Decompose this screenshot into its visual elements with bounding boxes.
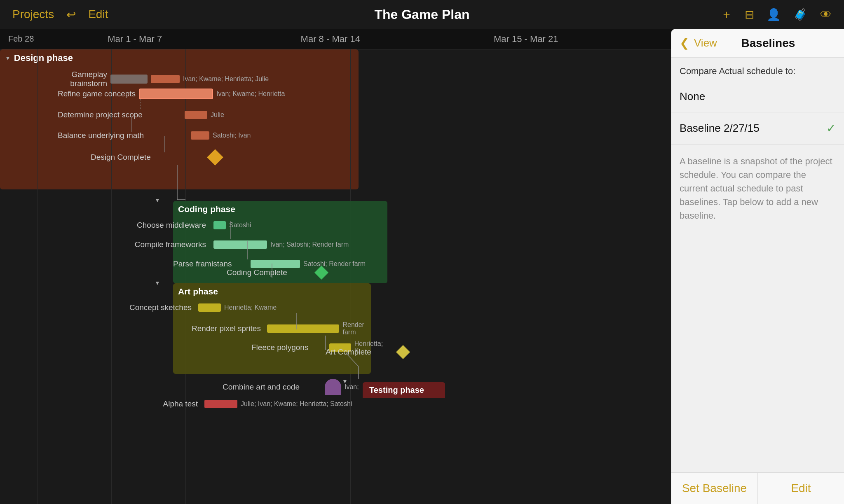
task-bar-math[interactable] — [191, 131, 209, 140]
panel-footer: Set Baseline Edit — [671, 472, 844, 504]
task-bar-gameplay[interactable] — [151, 75, 180, 83]
option-baseline-label: Baseline 2/27/15 — [680, 122, 760, 135]
task-row-design-complete: Design Complete — [91, 152, 221, 163]
task-row-art-complete: Art Complete — [326, 347, 408, 357]
task-row-scope: Determine project scope Julie — [58, 110, 224, 119]
task-bar-middleware[interactable] — [213, 221, 226, 229]
task-row-compile: Compile frameworks Ivan; Satoshi; Render… — [124, 240, 349, 249]
task-row-coding-complete: Coding Complete — [227, 268, 326, 278]
task-name-fleece: Fleece polygons — [251, 343, 326, 352]
task-name-sprites: Render pixel sprites — [192, 324, 264, 333]
art-phase-label: Art phase — [178, 287, 218, 296]
option-none[interactable]: None — [671, 81, 844, 112]
task-name-refine: Refine game concepts — [58, 89, 136, 98]
task-row-math: Balance underlying math Satoshi; Ivan — [58, 131, 251, 140]
back-button[interactable]: ↩ — [66, 8, 76, 21]
panel-header: ❮ View Baselines — [671, 29, 844, 58]
option-none-label: None — [680, 90, 705, 103]
task-assignees-compile: Ivan; Satoshi; Render farm — [270, 241, 349, 248]
task-assignees-math: Satoshi; Ivan — [213, 132, 251, 139]
baselines-panel: ❮ View Baselines Compare Actual schedule… — [671, 29, 844, 504]
task-name-sketches: Concept sketches — [113, 303, 192, 312]
milestone-design-complete — [207, 149, 223, 166]
task-bar-parse[interactable] — [251, 260, 300, 268]
person-icon[interactable]: 👤 — [767, 8, 781, 21]
compare-label: Compare Actual schedule to: — [671, 58, 844, 81]
task-name-design-complete: Design Complete — [91, 153, 169, 162]
milestone-coding-complete — [314, 266, 328, 280]
task-bar-alpha[interactable] — [204, 400, 237, 408]
coding-phase-block: Coding phase Choose middleware Satoshi C… — [173, 201, 387, 283]
briefcase-icon[interactable]: 🧳 — [793, 8, 808, 21]
nav-icons: ＋ ⊟ 👤 🧳 👁 — [721, 7, 832, 22]
eye-icon[interactable]: 👁 — [820, 8, 832, 21]
task-name-scope: Determine project scope — [58, 110, 157, 119]
add-icon[interactable]: ＋ — [721, 7, 732, 22]
testing-phase-label: Testing phase — [369, 385, 424, 395]
task-name-art-complete: Art Complete — [326, 348, 392, 357]
task-row-parse: Parse framistans Satoshi; Render farm — [173, 259, 366, 268]
task-bar-combine[interactable] — [325, 379, 341, 395]
projects-button[interactable]: Projects — [12, 8, 54, 21]
design-collapse-triangle[interactable]: ▼ — [5, 55, 11, 61]
task-bar-sketches[interactable] — [198, 303, 221, 312]
task-name-combine: Combine art and code — [223, 383, 321, 392]
task-row-gameplay: Gameplay brainstorm Ivan; Kwame; Henriet… — [33, 70, 269, 88]
option-baseline[interactable]: Baseline 2/27/15 ✓ — [671, 112, 844, 145]
task-assignees-middleware: Satoshi — [229, 222, 251, 229]
page-title: The Game Plan — [374, 7, 469, 22]
set-baseline-button[interactable]: Set Baseline — [671, 473, 757, 504]
date-col-3: Mar 15 - Mar 21 — [428, 34, 624, 44]
date-col-2: Mar 8 - Mar 14 — [233, 34, 429, 44]
task-name-compile: Compile frameworks — [124, 240, 206, 249]
layers-icon[interactable]: ⊟ — [745, 8, 754, 21]
art-collapse-indicator[interactable]: ▼ — [155, 279, 160, 287]
panel-description: A baseline is a snapshot of the project … — [671, 145, 844, 472]
task-name-parse: Parse framistans — [173, 259, 247, 268]
task-bar-refine[interactable] — [139, 89, 213, 99]
gantt-area: ▼ Design phase Gameplay brainstorm Ivan;… — [0, 49, 671, 504]
panel-title: Baselines — [741, 37, 812, 50]
task-assignees-parse: Satoshi; Render farm — [303, 260, 366, 268]
task-assignees-sprites: Render farm — [342, 321, 376, 336]
milestone-art-complete — [396, 345, 410, 359]
task-row-middleware: Choose middleware Satoshi — [124, 221, 251, 230]
task-name-coding-complete: Coding Complete — [227, 268, 301, 277]
task-name-gameplay: Gameplay brainstorm — [33, 70, 107, 88]
design-phase-label: Design phase — [14, 53, 73, 63]
grid-line-0 — [37, 49, 38, 504]
task-bar-gameplay-baseline — [110, 75, 148, 84]
task-assignees-sketches: Henrietta; Kwame — [224, 304, 277, 311]
top-nav: Projects ↩ Edit The Game Plan ＋ ⊟ 👤 🧳 👁 — [0, 0, 844, 29]
art-phase-block: Art phase Concept sketches Henrietta; Kw… — [173, 283, 371, 374]
date-col-0: Feb 28 — [0, 34, 37, 44]
design-phase-block: ▼ Design phase Gameplay brainstorm Ivan;… — [0, 49, 359, 189]
task-name-middleware: Choose middleware — [124, 221, 206, 230]
coding-collapse-indicator[interactable]: ▼ — [155, 196, 160, 204]
task-assignees-alpha: Julie; Ivan; Kwame; Henrietta; Satoshi — [241, 400, 352, 408]
task-assignees-scope: Julie — [211, 111, 224, 119]
testing-phase-block: Testing phase — [363, 382, 445, 398]
task-assignees-gameplay: Ivan; Kwame; Henrietta; Julie — [183, 75, 269, 83]
task-row-combine: Combine art and code Ivan; — [223, 379, 359, 395]
task-name-alpha: Alpha test — [124, 399, 198, 408]
coding-phase-label: Coding phase — [178, 204, 235, 214]
panel-view-label[interactable]: View — [694, 37, 717, 49]
task-name-math: Balance underlying math — [58, 131, 169, 140]
task-row-sketches: Concept sketches Henrietta; Kwame — [113, 303, 277, 312]
panel-back-button[interactable]: ❮ — [680, 36, 689, 50]
task-bar-sprites[interactable] — [267, 324, 339, 333]
task-row-refine: Refine game concepts Ivan; Kwame; Henrie… — [58, 89, 285, 99]
task-row-sprites: Render pixel sprites Render farm — [192, 321, 376, 336]
edit-button-panel[interactable]: Edit — [757, 473, 844, 504]
task-bar-compile[interactable] — [213, 240, 267, 249]
testing-collapse-indicator[interactable]: ▼ — [342, 378, 348, 385]
task-assignees-refine: Ivan; Kwame; Henrietta — [216, 90, 285, 98]
check-icon: ✓ — [826, 121, 836, 135]
task-row-alpha: Alpha test Julie; Ivan; Kwame; Henrietta… — [124, 399, 352, 408]
date-col-1: Mar 1 - Mar 7 — [37, 34, 233, 44]
task-bar-scope[interactable] — [185, 111, 207, 119]
edit-button[interactable]: Edit — [88, 8, 108, 21]
